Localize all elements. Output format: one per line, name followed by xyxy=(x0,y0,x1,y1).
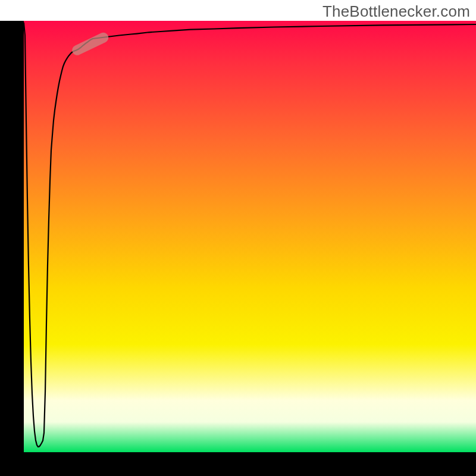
chart-svg xyxy=(24,21,476,452)
highlight-segment xyxy=(77,37,104,50)
chart-container: TheBottlenecker.com xyxy=(0,0,476,476)
y-axis xyxy=(0,21,24,452)
x-axis xyxy=(0,452,476,476)
bottleneck-curve xyxy=(24,23,476,447)
watermark-text: TheBottlenecker.com xyxy=(322,2,470,21)
